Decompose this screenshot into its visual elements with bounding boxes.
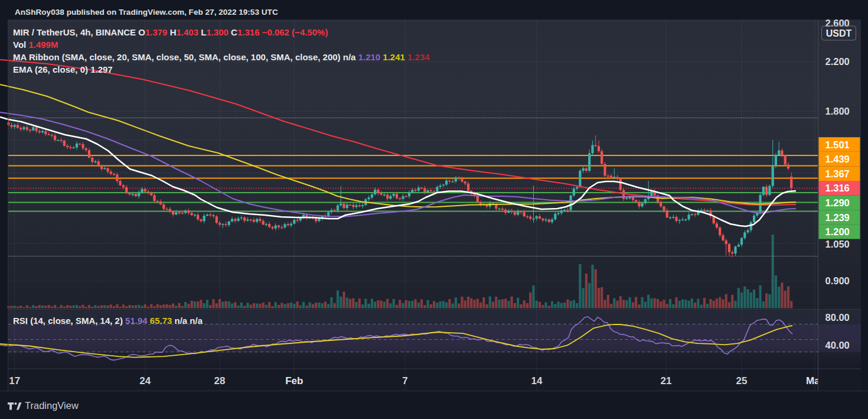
svg-text:1.050: 1.050 bbox=[825, 239, 850, 249]
svg-text:21: 21 bbox=[661, 375, 672, 386]
svg-text:17: 17 bbox=[9, 375, 20, 386]
svg-text:1.501: 1.501 bbox=[825, 139, 850, 150]
svg-text:MA Ribbon (SMA, close, 20, SMA: MA Ribbon (SMA, close, 20, SMA, close, 5… bbox=[13, 52, 430, 62]
svg-text:14: 14 bbox=[531, 375, 543, 386]
svg-text:AnShRoy038 published on Tradin: AnShRoy038 published on TradingView.com,… bbox=[15, 8, 278, 17]
svg-text:28: 28 bbox=[214, 375, 226, 386]
svg-text:Feb: Feb bbox=[285, 375, 303, 386]
svg-text:1.439: 1.439 bbox=[825, 154, 850, 164]
svg-text:0.900: 0.900 bbox=[825, 275, 850, 286]
svg-text:1.200: 1.200 bbox=[825, 226, 850, 237]
svg-text:80.00: 80.00 bbox=[825, 312, 850, 323]
svg-text:2.200: 2.200 bbox=[825, 56, 850, 67]
svg-text:MIR / TetherUS, 4h, BINANCE O1: MIR / TetherUS, 4h, BINANCE O1.379 H1.40… bbox=[13, 27, 328, 37]
svg-text:7: 7 bbox=[402, 375, 407, 386]
svg-text:1.367: 1.367 bbox=[825, 168, 850, 179]
svg-text:1.239: 1.239 bbox=[825, 212, 850, 223]
svg-text:40.00: 40.00 bbox=[825, 340, 850, 350]
svg-text:Vol 1.499M: Vol 1.499M bbox=[13, 40, 58, 50]
svg-text:1.290: 1.290 bbox=[825, 197, 850, 208]
svg-text:RSI (14, close, SMA, 14, 2) 5: RSI (14, close, SMA, 14, 2) 51.94 65.73 … bbox=[13, 316, 203, 326]
svg-text:1.800: 1.800 bbox=[825, 106, 850, 116]
svg-text:25: 25 bbox=[736, 375, 748, 386]
svg-text:TradingView: TradingView bbox=[25, 400, 79, 411]
svg-text:USDT: USDT bbox=[826, 28, 852, 38]
svg-text:1.316: 1.316 bbox=[825, 183, 850, 193]
svg-text:EMA (26, close, 0) 1.297: EMA (26, close, 0) 1.297 bbox=[13, 64, 113, 74]
svg-text:24: 24 bbox=[139, 375, 151, 386]
